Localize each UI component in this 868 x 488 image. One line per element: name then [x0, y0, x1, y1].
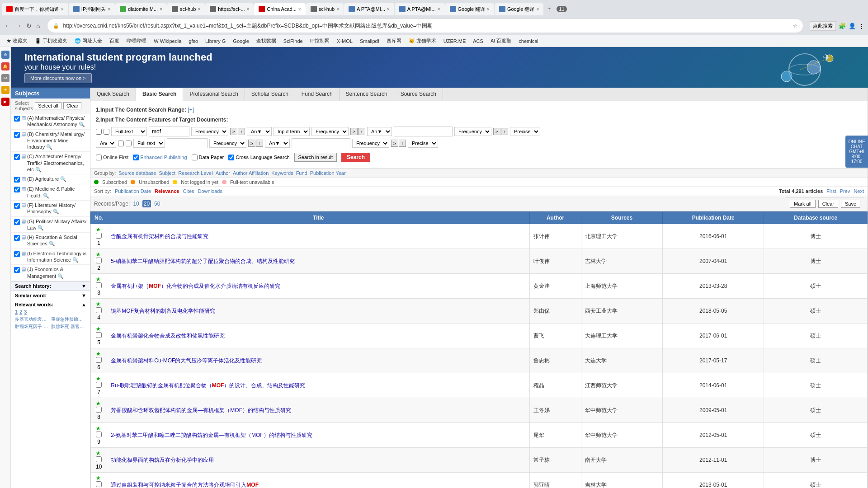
star-icon[interactable]: ★ [96, 226, 101, 233]
star-icon[interactable]: ★ [96, 400, 101, 407]
row2-freq2-select[interactable]: Frequency [352, 139, 389, 148]
title-link[interactable]: 通过自组装和与可控纳米粒子复合的方法将介观培印引入MOF [111, 482, 259, 488]
row-checkbox[interactable] [96, 332, 102, 338]
row2-search-input[interactable] [167, 138, 208, 148]
row1-term-select[interactable]: Input term [274, 127, 310, 136]
prev-button[interactable]: Prev [840, 188, 850, 194]
bookmark-acs[interactable]: ACS [470, 38, 486, 45]
row-checkbox[interactable] [96, 357, 102, 363]
page-2[interactable]: 2 [19, 309, 22, 314]
row1-minus[interactable]: ↑ [238, 128, 245, 135]
row1-checkbox1[interactable] [96, 129, 102, 135]
page-1[interactable]: 1 [15, 309, 18, 314]
bookmark-sikuNet[interactable]: 四库网 [384, 37, 404, 45]
star-icon[interactable]: ★ [96, 450, 101, 456]
subject-checkbox-d[interactable] [14, 177, 20, 183]
row2-scope-select[interactable]: An▼ [265, 139, 290, 148]
row-checkbox[interactable] [96, 456, 102, 462]
sidebar-icon-5[interactable]: ▶ [1, 98, 9, 106]
row1-term-input[interactable] [394, 127, 453, 136]
row1-freq2-select[interactable]: Frequency [311, 127, 349, 136]
bookmark-ip[interactable]: IP控制网 [307, 37, 332, 45]
similar-word[interactable]: Similar word: ▼ [11, 291, 90, 300]
row1-precise-select[interactable]: Precise [510, 127, 540, 136]
bookmark-smallpdf[interactable]: Smallpdf [357, 38, 382, 45]
cross-lang-checkbox[interactable] [228, 155, 234, 160]
search-button[interactable]: Search [341, 153, 370, 162]
star-icon[interactable]: ☆ [793, 23, 797, 29]
title-link[interactable]: 金属有机骨架材料Cu-MOF的大气压冷等离子体活化及性能研究 [111, 357, 262, 364]
bookmark-scifinder[interactable]: SciFinde [281, 38, 306, 45]
star-icon[interactable]: ★ [96, 276, 101, 282]
title-link[interactable]: 2-氨基对苯二甲酸和噻二唑二羧酸构筑的金属—有机框架（MOF）的结构与性质研究 [111, 432, 312, 438]
star-icon[interactable]: ★ [96, 326, 101, 332]
row1-scope2-select[interactable]: An▼ [367, 127, 392, 136]
bookmark-bilibili[interactable]: 哔哩哔哩 [124, 37, 149, 45]
row1-freq3-select[interactable]: Frequency [454, 127, 491, 136]
subject-expand-a[interactable]: ▤ [21, 115, 26, 121]
word-link-3[interactable]: 肿瘤坏死因子-α(... 婴幼儿重症肺炎 [15, 324, 50, 330]
menu-icon[interactable]: ⋮ [859, 23, 864, 29]
group-keywords[interactable]: Keywords [271, 170, 293, 176]
row1-plus3[interactable]: ≥ [493, 128, 500, 135]
title-link[interactable]: 金属有机框架（MOF）化合物的合成及催化水介质清洁有机反应的研究 [111, 283, 280, 289]
tab-professional-search[interactable]: Professional Search [183, 88, 245, 101]
enhanced-pub-label[interactable]: Enhanced Publishing [133, 155, 187, 160]
tab-6[interactable]: China Acad... × [254, 3, 305, 15]
new-tab-button[interactable]: + [544, 4, 554, 14]
tab-basic-search[interactable]: Basic Search [136, 88, 183, 101]
bookmark-gfso[interactable]: gfso [186, 38, 201, 45]
title-link[interactable]: 芳香羧酸和含环双齿配体构筑的金属—有机框架（MOF）的结构与性质研究 [111, 407, 291, 413]
subject-expand-f[interactable]: ▤ [21, 202, 26, 208]
tab-close-9[interactable]: × [438, 7, 440, 12]
title-link[interactable]: 镍基MOF复合材料的制备及电化学性能研究 [111, 308, 215, 314]
chat-widget[interactable]: ONLINE CHAT GMT+8 9:00-17:00 [845, 136, 868, 168]
back-button[interactable]: ← [4, 21, 12, 30]
tab-close-6[interactable]: × [298, 7, 301, 12]
title-link[interactable]: 含酰金属有机骨架材料的合成与性能研究 [111, 233, 208, 239]
tab-sentence-search[interactable]: Sentence Search [340, 88, 394, 101]
online-first-label[interactable]: Online First [96, 155, 128, 160]
row-checkbox[interactable] [96, 307, 102, 313]
tab-8[interactable]: A PTA@MI... × [344, 3, 394, 15]
subject-expand-g[interactable]: ▤ [21, 218, 26, 224]
similar-word-toggle[interactable]: ▼ [81, 293, 86, 298]
data-paper-checkbox[interactable] [192, 155, 198, 160]
search-history-header[interactable]: Search history: ▼ [15, 283, 86, 289]
row1-search-input[interactable] [149, 127, 189, 136]
group-fund[interactable]: Fund [296, 170, 307, 176]
group-research-level[interactable]: Research Level [178, 170, 212, 176]
row2-logic-select[interactable]: And Or Not [96, 139, 116, 148]
tab-close-10[interactable]: × [487, 7, 490, 12]
search-in-result-button[interactable]: Search in result [294, 153, 337, 162]
page-3[interactable]: 3 [24, 309, 27, 314]
subject-expand-c[interactable]: ▤ [21, 153, 26, 159]
bookmark-baidu[interactable]: 百度 [107, 37, 122, 45]
row1-scope-select[interactable]: An▼ [247, 127, 272, 136]
sort-pub-date[interactable]: Publication Date [115, 188, 151, 194]
row2-minus2[interactable]: ↑ [399, 140, 406, 147]
banner-button[interactable]: More discounts now on > [24, 73, 92, 83]
row1-freq-select[interactable]: Frequency [191, 127, 228, 136]
url-input[interactable] [63, 23, 789, 29]
group-pub-year[interactable]: Publication Year [310, 170, 346, 176]
sidebar-icon-1[interactable]: ⊕ [1, 51, 9, 59]
tab-1[interactable]: 百度一下，你就知道 × [2, 3, 68, 15]
tab-source-search[interactable]: Source Search [394, 88, 443, 101]
online-first-checkbox[interactable] [96, 155, 102, 160]
row1-field-select[interactable]: Full-text Title Abstract Keywords Author [111, 127, 147, 136]
clear-results-button[interactable]: Clear [818, 200, 838, 208]
group-subject[interactable]: Subject [159, 170, 175, 176]
sort-relevance[interactable]: Relevance [155, 188, 179, 194]
sort-cites[interactable]: Cites [183, 188, 194, 194]
tab-close-3[interactable]: × [160, 7, 162, 12]
subject-checkbox-g[interactable] [14, 219, 20, 225]
rpp-10[interactable]: 10 [132, 200, 140, 207]
tab-close-4[interactable]: × [198, 7, 200, 12]
star-icon[interactable]: ★ [96, 251, 101, 258]
bookmark-uzer[interactable]: UZER.ME [441, 38, 469, 45]
word-link-1[interactable]: 多器官功能衰竭(临床分析 [15, 316, 50, 323]
bookmark-chemical[interactable]: chemical [516, 38, 541, 45]
bookmark-google[interactable]: Google [230, 38, 251, 45]
subject-checkbox-f[interactable] [14, 203, 20, 209]
